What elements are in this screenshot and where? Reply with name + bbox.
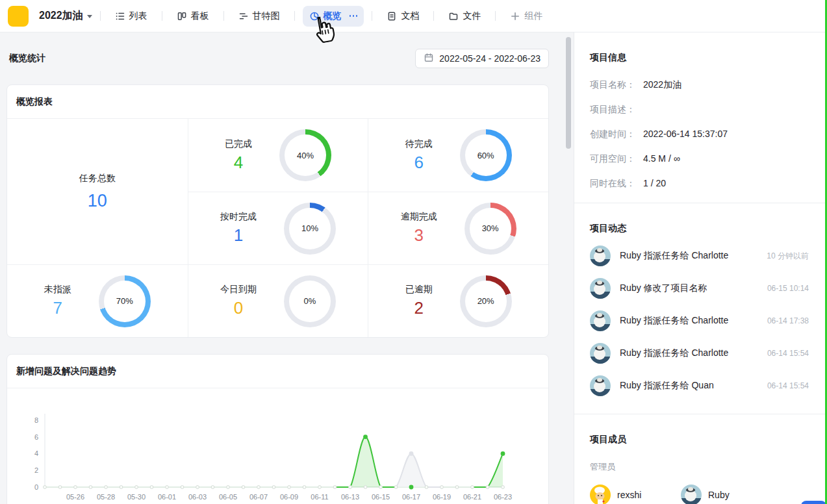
- activity-text: Ruby 指派任务给 Charlotte: [620, 315, 767, 327]
- stat-due-today: 今日到期 0 0%: [188, 264, 368, 337]
- divider: [372, 11, 372, 21]
- info-label: 创建时间：: [590, 129, 643, 139]
- stat-donut: 20%: [460, 275, 512, 327]
- tab-docs[interactable]: 文档: [380, 6, 426, 27]
- svg-text:06-09: 06-09: [280, 493, 298, 501]
- avatar: [590, 343, 611, 364]
- activity-time: 06-14 15:54: [767, 349, 809, 358]
- svg-text:6: 6: [34, 433, 38, 441]
- issue-trend-card: 新增问题及解决问题趋势 0246805-2605-2805-3006-0106-…: [6, 354, 549, 504]
- member-rexshi[interactable]: rexshi: [590, 485, 674, 504]
- stat-percent: 0%: [304, 296, 316, 306]
- tab-label: 组件: [524, 10, 542, 22]
- divider: [294, 11, 295, 21]
- svg-text:05-30: 05-30: [127, 493, 146, 501]
- report-card-title: 概览报表: [7, 85, 548, 119]
- svg-text:06-05: 06-05: [219, 493, 237, 501]
- stat-percent: 60%: [477, 151, 494, 160]
- mouse-cursor-hand: [309, 14, 337, 47]
- stat-label: 逾期完成: [401, 211, 437, 223]
- project-title-dropdown[interactable]: 2022加油: [39, 9, 92, 23]
- overview-main-panel: 概览统计 2022-05-24 - 2022-06-23 概览报表 任务总数 1…: [0, 32, 574, 504]
- tab-files[interactable]: 文件: [442, 6, 487, 27]
- date-range-picker[interactable]: 2022-05-24 - 2022-06-23: [415, 49, 549, 68]
- svg-text:0: 0: [34, 483, 38, 491]
- tab-label: 文件: [463, 10, 481, 22]
- svg-text:06-07: 06-07: [249, 493, 268, 501]
- stat-label: 已完成: [225, 138, 252, 150]
- tab-list[interactable]: 列表: [108, 6, 154, 27]
- stat-donut: 40%: [279, 129, 331, 181]
- svg-text:2: 2: [34, 466, 38, 474]
- svg-text:06-11: 06-11: [311, 493, 328, 501]
- stat-percent: 70%: [116, 296, 133, 306]
- svg-text:4: 4: [34, 449, 38, 457]
- activity-time: 06-14 17:38: [767, 316, 809, 325]
- info-row-storage: 可用空间： 4.5 M / ∞: [590, 153, 809, 164]
- floating-button-partial[interactable]: [801, 501, 826, 504]
- activity-item[interactable]: Ruby 修改了项目名称 06-15 10:14: [590, 272, 809, 305]
- tab-board[interactable]: 看板: [170, 6, 216, 27]
- info-value: 1 / 20: [643, 178, 666, 188]
- activity-item[interactable]: Ruby 指派任务给 Charlotte 06-14 15:54: [590, 337, 809, 370]
- stat-unassigned: 未指派 7 70%: [7, 264, 188, 337]
- trend-chart: 0246805-2605-2805-3006-0106-0306-0506-07…: [7, 388, 548, 504]
- project-sidebar: 项目信息 项目名称： 2022加油 项目描述： 创建时间： 2022-06-14…: [574, 32, 827, 504]
- svg-text:06-15: 06-15: [372, 493, 390, 501]
- svg-text:06-23: 06-23: [494, 493, 512, 501]
- vertical-scrollbar-thumb[interactable]: [566, 37, 571, 149]
- folder-icon: [448, 11, 459, 21]
- project-activity-title: 项目动态: [590, 203, 809, 234]
- project-activity-section: 项目动态 Ruby 指派任务给 Charlotte 10 分钟以前 Ruby 修…: [574, 203, 827, 414]
- activity-item[interactable]: Ruby 指派任务给 Charlotte 10 分钟以前: [590, 240, 809, 272]
- stat-overdue-done: 逾期完成 3 30%: [368, 192, 548, 264]
- stat-value: 3: [401, 225, 437, 246]
- project-logo[interactable]: [8, 6, 29, 27]
- info-value: 4.5 M / ∞: [643, 153, 680, 164]
- trend-card-title: 新增问题及解决问题趋势: [7, 355, 548, 388]
- project-members-section: 项目成员 管理员 rexshi Ruby: [574, 414, 827, 504]
- stat-overdue: 已逾期 2 20%: [368, 264, 548, 337]
- tab-add-component[interactable]: 组件: [503, 6, 549, 27]
- stat-pending: 待完成 6 60%: [368, 119, 548, 192]
- kanban-icon: [177, 11, 187, 21]
- activity-item[interactable]: Ruby 指派任务给 Quan 06-14 15:54: [590, 370, 809, 402]
- more-options-icon[interactable]: [350, 15, 358, 17]
- svg-text:06-13: 06-13: [341, 493, 359, 501]
- member-ruby[interactable]: Ruby: [681, 485, 765, 504]
- svg-text:06-17: 06-17: [402, 493, 420, 501]
- activity-time: 06-15 10:14: [767, 284, 809, 293]
- project-info-title: 项目信息: [590, 32, 809, 64]
- svg-text:05-28: 05-28: [97, 493, 115, 501]
- avatar: [681, 485, 702, 504]
- stats-grid: 任务总数 10 已完成 4 40% 待完成 6 60% 按时完成: [7, 119, 548, 337]
- info-row-name: 项目名称： 2022加油: [590, 79, 809, 90]
- top-navbar: 2022加油 列表 看板 甘特图 概览 文档 文件 组件: [0, 0, 827, 32]
- tab-gantt[interactable]: 甘特图: [232, 6, 286, 27]
- svg-text:06-19: 06-19: [433, 493, 451, 501]
- member-name: Ruby: [708, 490, 730, 500]
- stat-total-tasks: 任务总数 10: [7, 119, 188, 264]
- stat-value: 2: [405, 298, 433, 318]
- stat-value: 0: [220, 298, 257, 318]
- stat-percent: 20%: [477, 296, 494, 306]
- overview-report-card: 概览报表 任务总数 10 已完成 4 40% 待完成 6 60%: [6, 84, 549, 338]
- admin-role-label: 管理员: [590, 461, 809, 473]
- avatar: [590, 375, 611, 396]
- stat-value: 4: [225, 153, 252, 173]
- activity-text: Ruby 指派任务给 Charlotte: [620, 347, 767, 359]
- svg-text:8: 8: [34, 416, 38, 424]
- divider: [100, 11, 101, 21]
- avatar: [590, 278, 611, 299]
- info-label: 项目名称：: [590, 79, 643, 90]
- info-row-created: 创建时间： 2022-06-14 15:37:07: [590, 129, 809, 139]
- stat-label: 今日到期: [220, 284, 257, 296]
- project-title: 2022加油: [39, 9, 83, 23]
- activity-text: Ruby 指派任务给 Quan: [620, 380, 767, 392]
- stat-donut: 0%: [284, 275, 336, 327]
- activity-item[interactable]: Ruby 指派任务给 Charlotte 06-14 17:38: [590, 305, 809, 337]
- page-title: 概览统计: [9, 53, 45, 64]
- stat-completed: 已完成 4 40%: [188, 119, 368, 192]
- project-info-section: 项目信息 项目名称： 2022加油 项目描述： 创建时间： 2022-06-14…: [574, 32, 827, 203]
- tab-label: 看板: [191, 10, 209, 22]
